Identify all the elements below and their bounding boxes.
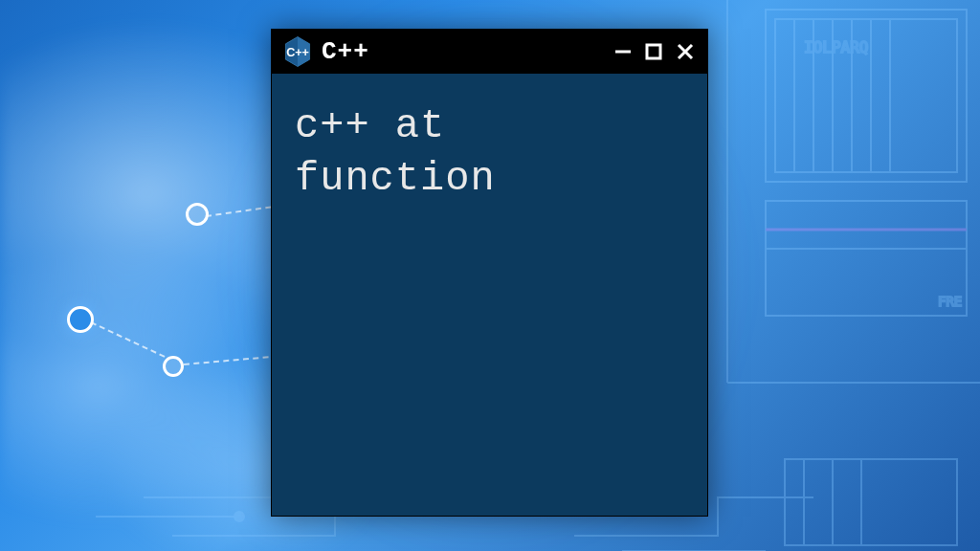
minimize-icon[interactable] (613, 42, 633, 61)
svg-rect-9 (766, 201, 967, 316)
window-titlebar[interactable]: C++ C++ (272, 30, 707, 74)
network-node (67, 306, 94, 333)
content-line: c++ at (295, 100, 684, 153)
window-controls (613, 41, 696, 62)
svg-text:IOLPARQ: IOLPARQ (804, 38, 868, 56)
svg-text:FRE: FRE (938, 294, 962, 309)
network-connector (91, 321, 166, 358)
maximize-icon[interactable] (644, 42, 663, 61)
cpp-logo-icon: C++ (283, 35, 312, 68)
svg-rect-16 (785, 459, 957, 545)
svg-rect-24 (647, 45, 660, 58)
close-icon[interactable] (675, 41, 696, 62)
svg-point-15 (234, 512, 244, 521)
svg-rect-0 (766, 10, 967, 182)
app-window: C++ C++ c++ at function (271, 29, 708, 517)
window-title: C++ (322, 37, 613, 66)
window-content: c++ at function (272, 74, 707, 231)
svg-text:C++: C++ (286, 46, 309, 59)
network-node (163, 356, 184, 377)
svg-rect-1 (775, 19, 957, 172)
content-line: function (295, 153, 684, 206)
